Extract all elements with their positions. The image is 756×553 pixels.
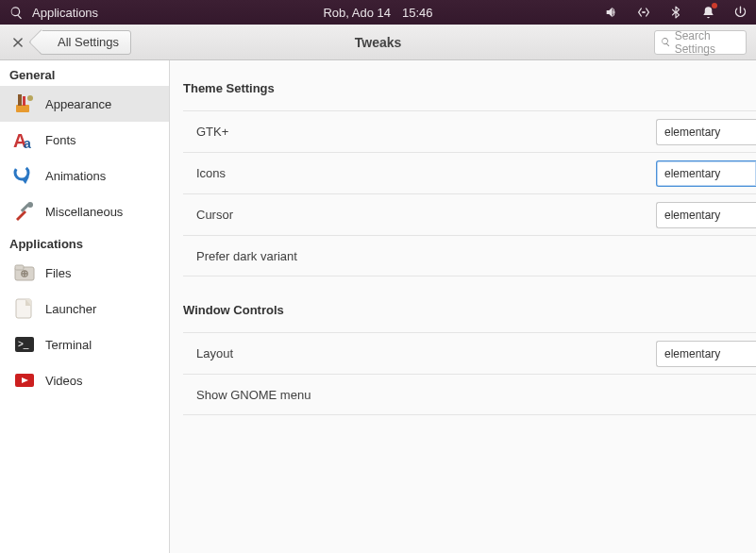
network-icon[interactable] — [635, 4, 652, 21]
dropdown-layout[interactable]: elementary — [656, 341, 756, 367]
row-label: Icons — [196, 166, 226, 180]
row-label: Cursor — [196, 208, 233, 222]
sidebar-item-videos[interactable]: Videos — [0, 362, 169, 398]
dropdown-gtk-[interactable]: elementary — [656, 119, 756, 145]
sidebar-item-miscellaneous[interactable]: Miscellaneous — [0, 193, 169, 229]
window-title: Tweaks — [355, 35, 402, 50]
desktop-top-panel: Applications Rob, Ado 14 15:46 — [0, 0, 756, 25]
sidebar-item-label: Launcher — [45, 302, 96, 316]
power-icon[interactable] — [731, 4, 748, 21]
settings-row: Cursorelementary — [183, 193, 756, 235]
svg-point-0 — [643, 11, 645, 13]
launcher-icon — [13, 297, 36, 320]
settings-row: Layoutelementary — [183, 332, 756, 374]
search-icon[interactable] — [8, 4, 25, 21]
sidebar-item-label: Videos — [45, 374, 83, 388]
tools-icon — [13, 200, 36, 223]
all-settings-button[interactable]: All Settings — [40, 30, 131, 55]
sidebar-item-files[interactable]: Files — [0, 255, 169, 291]
sidebar-item-fonts[interactable]: Fonts — [0, 122, 169, 158]
content-pane: Theme SettingsGTK+elementaryIconselement… — [170, 60, 756, 553]
settings-row: GTK+elementary — [183, 110, 756, 152]
sidebar-item-label: Animations — [45, 169, 106, 183]
sidebar-item-launcher[interactable]: Launcher — [0, 291, 169, 327]
settings-row: Show GNOME menu — [183, 374, 756, 415]
sidebar: GeneralAppearanceFontsAnimationsMiscella… — [0, 60, 170, 553]
notifications-icon[interactable] — [699, 4, 716, 21]
sidebar-item-label: Fonts — [45, 133, 76, 147]
files-icon — [13, 261, 36, 284]
sidebar-category: Applications — [0, 229, 169, 255]
terminal-icon — [13, 333, 36, 356]
sidebar-item-label: Appearance — [45, 97, 111, 111]
search-input[interactable]: Search Settings — [654, 30, 747, 55]
sidebar-item-label: Miscellaneous — [45, 205, 123, 219]
back-button-label: All Settings — [58, 35, 119, 49]
brush-icon — [13, 92, 36, 115]
panel-time[interactable]: 15:46 — [402, 6, 433, 20]
settings-row: Prefer dark variant — [183, 235, 756, 276]
videos-icon — [13, 369, 36, 392]
section-title: Theme Settings — [183, 81, 756, 95]
search-placeholder: Search Settings — [675, 29, 740, 56]
settings-row: Iconselementary — [183, 152, 756, 193]
row-label: Prefer dark variant — [196, 249, 297, 263]
applications-menu[interactable]: Applications — [32, 6, 98, 20]
fonts-icon — [13, 128, 36, 151]
bluetooth-icon[interactable] — [667, 4, 684, 21]
animations-icon — [13, 164, 36, 187]
sidebar-item-animations[interactable]: Animations — [0, 158, 169, 193]
dropdown-icons[interactable]: elementary — [656, 160, 756, 187]
sidebar-item-label: Terminal — [45, 338, 92, 352]
row-label: GTK+ — [196, 125, 228, 139]
dropdown-cursor[interactable]: elementary — [656, 202, 756, 228]
sidebar-item-appearance[interactable]: Appearance — [0, 86, 169, 122]
sidebar-category: General — [0, 60, 169, 86]
panel-date[interactable]: Rob, Ado 14 — [323, 6, 391, 20]
row-label: Layout — [196, 346, 233, 360]
close-button[interactable] — [9, 34, 26, 51]
section-title: Window Controls — [183, 303, 756, 317]
sidebar-item-terminal[interactable]: Terminal — [0, 327, 169, 362]
window-toolbar: All Settings Tweaks Search Settings — [0, 25, 756, 60]
sidebar-item-label: Files — [45, 266, 71, 280]
row-label: Show GNOME menu — [196, 388, 311, 402]
volume-icon[interactable] — [603, 4, 620, 21]
